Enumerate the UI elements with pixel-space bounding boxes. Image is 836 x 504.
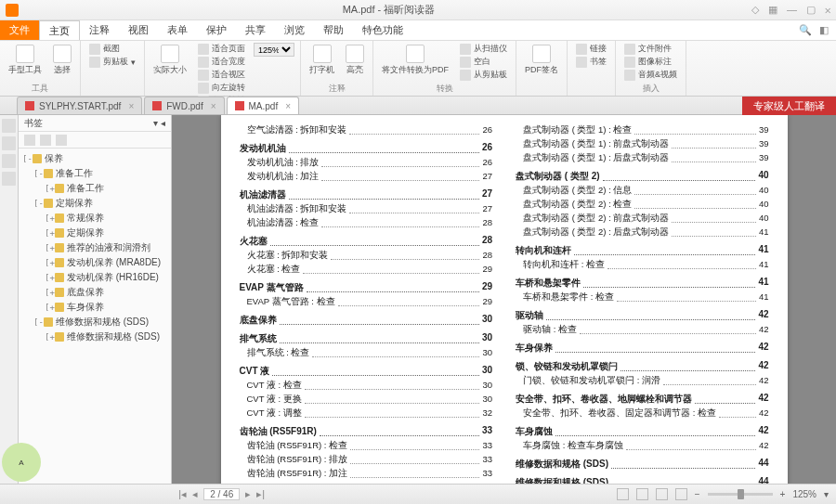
toc-entry[interactable]: 底盘保养30 (240, 314, 493, 327)
bookmarks-tab-icon[interactable] (2, 119, 16, 133)
select-tool-button[interactable]: 选择 (50, 43, 74, 78)
toc-entry[interactable]: 火花塞28 (240, 235, 493, 248)
ribbon-item[interactable]: 适合页面 (195, 43, 248, 55)
expand-all-icon[interactable] (24, 135, 35, 146)
last-page-button[interactable]: ▸| (256, 488, 265, 500)
bookmark-node[interactable]: [+]维修数据和规格 (SDS) (19, 330, 171, 344)
ribbon-item[interactable]: 适合宽度 (195, 56, 248, 68)
close-icon[interactable]: ⨉ (825, 4, 830, 16)
toc-entry[interactable]: 盘式制动器 ( 类型 2) : 检查40 (516, 199, 769, 211)
bookmark-node[interactable]: [-]保养 (19, 151, 171, 166)
convert-button[interactable]: 将文件转换为PDF (379, 43, 451, 78)
comments-tab-icon[interactable] (2, 154, 16, 168)
ribbon-item[interactable]: 链接 (573, 43, 609, 55)
ribbon-item[interactable]: 空白 (457, 56, 510, 68)
menu-tab-2[interactable]: 视图 (119, 20, 158, 40)
close-tab-icon[interactable]: × (211, 101, 216, 111)
expand-icon[interactable]: [-] (33, 317, 44, 327)
toc-entry[interactable]: 机油滤清器 : 拆卸和安装27 (240, 203, 493, 215)
toc-entry[interactable]: 排气系统30 (240, 332, 493, 345)
toc-entry[interactable]: 发动机机油26 (240, 142, 493, 155)
expand-icon[interactable]: [+] (45, 303, 55, 312)
toc-entry[interactable]: 盘式制动器 ( 类型 1) : 检查39 (516, 124, 769, 136)
toc-entry[interactable]: 驱动轴42 (516, 309, 769, 322)
facing-view-icon[interactable] (656, 488, 668, 500)
document-tab[interactable]: FWD.pdf× (144, 97, 224, 114)
expand-icon[interactable]: [+] (45, 184, 55, 193)
zoom-out-button[interactable]: − (695, 489, 700, 499)
toc-entry[interactable]: EVAP 蒸气管路 : 检查29 (240, 296, 493, 308)
toc-entry[interactable]: 盘式制动器 ( 类型 1) : 前盘式制动器39 (516, 138, 769, 150)
search-icon[interactable]: 🔍 (799, 24, 812, 36)
ribbon-item[interactable]: 书签 (573, 56, 609, 68)
toc-entry[interactable]: CVT 液30 (240, 365, 493, 378)
toc-entry[interactable]: 发动机机油 : 排放26 (240, 157, 493, 169)
zoom-slider[interactable] (708, 493, 773, 496)
panel-menu-icon[interactable]: ▾ ◂ (153, 118, 165, 128)
toc-entry[interactable]: 门锁、铰链和发动机罩锁闩 : 润滑42 (516, 375, 769, 387)
prev-page-button[interactable]: ◂ (192, 488, 198, 500)
continuous-view-icon[interactable] (636, 488, 648, 500)
close-tab-icon[interactable]: × (128, 101, 134, 111)
bookmark-node[interactable]: [+]车身保养 (19, 300, 171, 315)
menu-tab-5[interactable]: 共享 (236, 20, 275, 40)
document-tab[interactable]: MA.pdf× (227, 97, 300, 114)
toc-entry[interactable]: 车桥和悬架零件 : 检查41 (516, 291, 769, 304)
bookmark-node[interactable]: [-]定期保养 (19, 196, 171, 211)
toc-entry[interactable]: 安全带、扣环、卷收器、固定器和调节器 : 检查42 (516, 407, 769, 420)
expand-icon[interactable]: [+] (45, 332, 55, 342)
bookmark-node[interactable]: [+]常规保养 (19, 211, 171, 226)
document-view[interactable]: 空气滤清器 : 拆卸和安装26发动机机油26发动机机油 : 排放26发动机机油 … (172, 115, 836, 484)
expand-icon[interactable]: [+] (45, 288, 55, 297)
menu-tab-7[interactable]: 帮助 (314, 20, 353, 40)
toc-entry[interactable]: 火花塞 : 拆卸和安装28 (240, 250, 493, 262)
maximize-icon[interactable]: ▢ (806, 4, 816, 16)
actual-size-button[interactable]: 实际大小 (150, 43, 189, 78)
bookmark-node[interactable]: [+]定期保养 (19, 226, 171, 240)
bookmark-node[interactable]: [-]准备工作 (19, 166, 171, 181)
clipboard-button[interactable]: 剪贴板▾ (86, 56, 138, 68)
zoom-in-button[interactable]: + (780, 489, 786, 499)
collapse-all-icon[interactable] (40, 135, 51, 146)
ribbon-item[interactable]: 从剪贴板 (457, 69, 510, 81)
toc-entry[interactable]: 盘式制动器 ( 类型 2) : 前盘式制动器40 (516, 213, 769, 225)
continuous-facing-view-icon[interactable] (675, 488, 687, 500)
menu-tab-1[interactable]: 注释 (80, 20, 119, 40)
toc-entry[interactable]: 齿轮油 (RS5F91R) : 检查33 (240, 440, 493, 452)
grid-icon[interactable]: ▦ (768, 4, 777, 16)
single-page-view-icon[interactable] (617, 488, 629, 500)
next-page-button[interactable]: ▸ (245, 488, 251, 500)
toc-entry[interactable]: 齿轮油 (RS5F91R) : 加注33 (240, 468, 493, 480)
toc-entry[interactable]: 齿轮油 (RS5F91R) : 排放33 (240, 454, 493, 466)
toc-entry[interactable]: 齿轮油 (RS5F91R)33 (240, 425, 493, 438)
toc-entry[interactable]: 转向机和连杆 : 检查41 (516, 259, 769, 271)
bookmark-node[interactable]: [-]维修数据和规格 (SDS) (19, 315, 171, 330)
toc-entry[interactable]: 转向机和连杆41 (516, 244, 769, 257)
menu-tab-6[interactable]: 浏览 (275, 20, 314, 40)
toc-entry[interactable]: 火花塞 : 检查29 (240, 264, 493, 276)
expand-icon[interactable]: [+] (45, 243, 55, 252)
toc-entry[interactable]: 安全带、扣环、卷收器、地脚螺栓和调节器42 (516, 393, 769, 406)
pdf-sign-button[interactable]: PDF签名 (522, 43, 561, 78)
toc-entry[interactable]: 锁、铰链和发动机罩锁闩42 (516, 360, 769, 373)
expand-icon[interactable]: [-] (22, 154, 33, 163)
highlight-button[interactable]: 高亮 (343, 43, 367, 78)
ribbon-item[interactable]: 图像标注 (621, 56, 680, 68)
toc-entry[interactable]: CVT 液 : 调整32 (240, 407, 493, 420)
menu-tab-0[interactable]: 主页 (39, 20, 80, 40)
new-bookmark-icon[interactable] (56, 135, 67, 146)
menu-tab-4[interactable]: 保护 (197, 20, 236, 40)
bookmark-node[interactable]: [+]底盘保养 (19, 285, 171, 300)
toc-entry[interactable]: 排气系统 : 检查30 (240, 347, 493, 359)
pages-tab-icon[interactable] (2, 136, 16, 150)
assistant-avatar[interactable]: A (2, 443, 41, 482)
snapshot-button[interactable]: 截图 (86, 43, 138, 55)
toc-entry[interactable]: 车身腐蚀 : 检查车身腐蚀42 (516, 440, 769, 452)
toc-entry[interactable]: 盘式制动器 ( 类型 2) : 信息40 (516, 185, 769, 197)
toc-entry[interactable]: 维修数据和规格 (SDS)44 (516, 476, 769, 484)
ribbon-item[interactable]: 向左旋转 (195, 82, 248, 94)
expand-icon[interactable]: [+] (45, 213, 55, 223)
ribbon-item[interactable]: 文件附件 (621, 43, 680, 55)
menu-tab-3[interactable]: 表单 (158, 20, 197, 40)
menu-tab-8[interactable]: 特色功能 (353, 20, 412, 40)
